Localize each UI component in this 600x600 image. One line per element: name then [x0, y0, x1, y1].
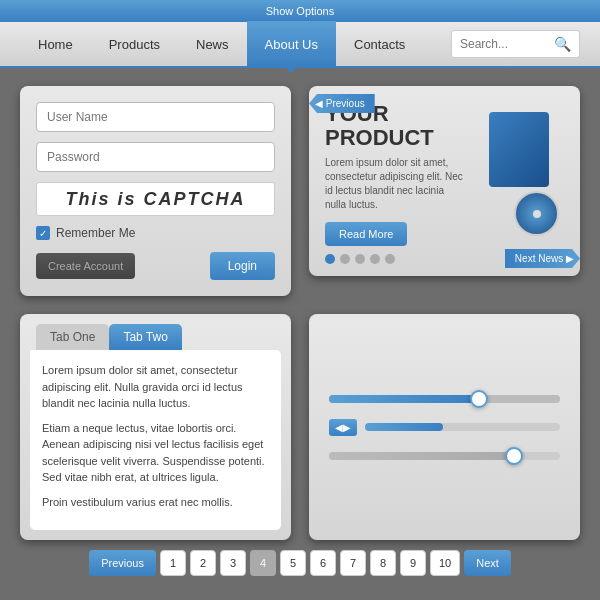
nav-item-home[interactable]: Home [20, 21, 91, 67]
nav-bar: Home Products News About Us Contacts 🔍 [0, 22, 600, 68]
slider-thumb-1[interactable] [470, 390, 488, 408]
show-options-label: Show Options [266, 5, 334, 17]
dot-5[interactable] [385, 254, 395, 264]
search-input[interactable] [460, 37, 550, 51]
page-8[interactable]: 8 [370, 550, 396, 576]
slider-fill-2 [365, 423, 443, 431]
page-4[interactable]: 4 [250, 550, 276, 576]
slider-dots [325, 254, 395, 264]
page-1[interactable]: 1 [160, 550, 186, 576]
tabs-body: Lorem ipsum dolor sit amet, consectetur … [30, 350, 281, 530]
prev-button[interactable]: Previous [89, 550, 156, 576]
next-button[interactable]: Next [464, 550, 511, 576]
range-slider-2: ◀▶ [329, 419, 560, 436]
dot-2[interactable] [340, 254, 350, 264]
captcha-display: This is CAPTCHA [36, 182, 275, 216]
slider-description: Lorem ipsum dolor sit amet, consectetur … [325, 156, 464, 212]
page-9[interactable]: 9 [400, 550, 426, 576]
page-5[interactable]: 5 [280, 550, 306, 576]
slider-track-2[interactable] [365, 423, 560, 431]
product-disc [514, 191, 559, 236]
product-box [489, 112, 549, 187]
remember-row: Remember Me [36, 226, 275, 240]
slider-fill-1 [329, 395, 479, 403]
tab-content-p1: Lorem ipsum dolor sit amet, consectetur … [42, 362, 269, 412]
sliders-widget: ◀▶ [309, 314, 580, 540]
tab-one-button[interactable]: Tab One [36, 324, 109, 350]
page-7[interactable]: 7 [340, 550, 366, 576]
slider-thumb-3[interactable] [505, 447, 523, 465]
page-6[interactable]: 6 [310, 550, 336, 576]
top-bar: Show Options [0, 0, 600, 22]
login-widget: This is CAPTCHA Remember Me Create Accou… [20, 86, 291, 296]
range-slider-3 [329, 452, 560, 460]
dot-1[interactable] [325, 254, 335, 264]
nav-item-news[interactable]: News [178, 21, 247, 67]
slider-track-3[interactable] [329, 452, 560, 460]
search-icon: 🔍 [554, 36, 571, 52]
tabs-header: Tab One Tab Two [20, 314, 291, 350]
main-content: This is CAPTCHA Remember Me Create Accou… [0, 68, 600, 594]
dot-3[interactable] [355, 254, 365, 264]
slider-image [474, 102, 564, 246]
password-field[interactable] [36, 142, 275, 172]
login-actions: Create Account Login [36, 252, 275, 280]
create-account-button[interactable]: Create Account [36, 253, 135, 279]
range-slider-1 [329, 395, 560, 403]
nav-item-about[interactable]: About Us [247, 21, 336, 67]
remember-label: Remember Me [56, 226, 135, 240]
dot-4[interactable] [370, 254, 380, 264]
tab-content-p2: Etiam a neque lectus, vitae lobortis orc… [42, 420, 269, 486]
page-2[interactable]: 2 [190, 550, 216, 576]
read-more-button[interactable]: Read More [325, 222, 407, 246]
slider-prev-button[interactable]: ◀ Previous [309, 94, 375, 113]
slider-next-button[interactable]: Next News ▶ [505, 249, 580, 268]
nav-item-products[interactable]: Products [91, 21, 178, 67]
slider-text: YOUR PRODUCT Lorem ipsum dolor sit amet,… [325, 102, 464, 246]
nav-item-contacts[interactable]: Contacts [336, 21, 423, 67]
tab-content-p3: Proin vestibulum varius erat nec mollis. [42, 494, 269, 511]
slider-fill-3 [329, 452, 514, 460]
slider-track-1[interactable] [329, 395, 560, 403]
search-box[interactable]: 🔍 [451, 30, 580, 58]
range-arrows[interactable]: ◀▶ [329, 419, 357, 436]
tab-two-button[interactable]: Tab Two [109, 324, 181, 350]
username-field[interactable] [36, 102, 275, 132]
product-slider: ◀ Previous YOUR PRODUCT Lorem ipsum dolo… [309, 86, 580, 276]
page-3[interactable]: 3 [220, 550, 246, 576]
pagination: Previous 1 2 3 4 5 6 7 8 9 10 Next [20, 550, 580, 576]
login-button[interactable]: Login [210, 252, 275, 280]
page-10[interactable]: 10 [430, 550, 460, 576]
tabs-widget: Tab One Tab Two Lorem ipsum dolor sit am… [20, 314, 291, 540]
remember-checkbox[interactable] [36, 226, 50, 240]
